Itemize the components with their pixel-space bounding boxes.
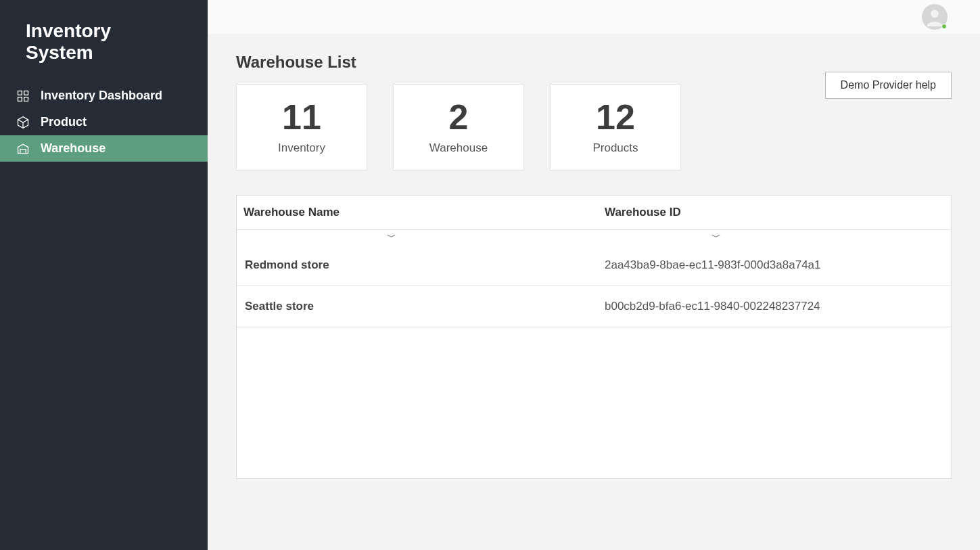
table-header: Warehouse Name Warehouse ID — [237, 196, 951, 230]
column-header-warehouse-name[interactable]: Warehouse Name — [237, 196, 598, 229]
avatar[interactable] — [922, 4, 948, 30]
stat-value: 2 — [449, 99, 469, 135]
table-row[interactable]: Redmond store 2aa43ba9-8bae-ec11-983f-00… — [237, 245, 951, 286]
filter-cell-id[interactable]: ﹀ — [598, 230, 951, 245]
sidebar-item-warehouse[interactable]: Warehouse — [0, 135, 208, 162]
svg-rect-3 — [24, 97, 28, 101]
warehouse-table: Warehouse Name Warehouse ID ﹀ ﹀ Redmond … — [236, 195, 952, 479]
table-filter-row: ﹀ ﹀ — [237, 230, 951, 245]
page-title: Warehouse List — [236, 53, 681, 72]
stat-value: 12 — [596, 99, 635, 135]
cell-warehouse-id: 2aa43ba9-8bae-ec11-983f-000d3a8a74a1 — [598, 245, 951, 285]
warehouse-icon — [16, 142, 30, 156]
table-row[interactable]: Seattle store b00cb2d9-bfa6-ec11-9840-00… — [237, 286, 951, 327]
main: Warehouse List 11 Inventory 2 Warehouse … — [208, 0, 980, 550]
svg-rect-2 — [18, 97, 22, 101]
stat-cards: 11 Inventory 2 Warehouse 12 Products — [236, 84, 681, 170]
topbar — [208, 0, 980, 34]
stat-label: Products — [592, 141, 638, 155]
sidebar: Inventory System Inventory Dashboard Pro… — [0, 0, 208, 550]
cell-warehouse-id: b00cb2d9-bfa6-ec11-9840-002248237724 — [598, 286, 951, 327]
sidebar-item-label: Warehouse — [41, 141, 106, 156]
stat-label: Warehouse — [429, 141, 488, 155]
sidebar-item-label: Product — [41, 115, 87, 129]
presence-dot-icon — [941, 24, 947, 29]
stat-value: 11 — [282, 99, 321, 135]
sidebar-item-label: Inventory Dashboard — [41, 89, 162, 103]
nav-list: Inventory Dashboard Product Warehouse — [0, 83, 208, 162]
dashboard-icon — [16, 89, 30, 103]
stat-label: Inventory — [278, 141, 325, 155]
stat-card-warehouse: 2 Warehouse — [393, 84, 524, 170]
sidebar-item-product[interactable]: Product — [0, 109, 208, 135]
sidebar-item-inventory-dashboard[interactable]: Inventory Dashboard — [0, 83, 208, 109]
content: Warehouse List 11 Inventory 2 Warehouse … — [208, 34, 980, 550]
cell-warehouse-name: Seattle store — [237, 286, 598, 327]
svg-rect-0 — [18, 91, 22, 95]
app-title: Inventory System — [0, 0, 208, 83]
heading-row: Warehouse List 11 Inventory 2 Warehouse … — [236, 53, 952, 195]
box-icon — [16, 116, 30, 129]
filter-cell-name[interactable]: ﹀ — [237, 230, 598, 245]
cell-warehouse-name: Redmond store — [237, 245, 598, 285]
demo-provider-help-button[interactable]: Demo Provider help — [825, 72, 952, 99]
svg-point-4 — [931, 10, 939, 18]
stat-card-inventory: 11 Inventory — [236, 84, 367, 170]
chevron-down-icon: ﹀ — [711, 231, 721, 244]
chevron-down-icon: ﹀ — [387, 231, 396, 244]
stat-card-products: 12 Products — [550, 84, 681, 170]
svg-rect-1 — [24, 91, 28, 95]
column-header-warehouse-id[interactable]: Warehouse ID — [598, 196, 951, 229]
